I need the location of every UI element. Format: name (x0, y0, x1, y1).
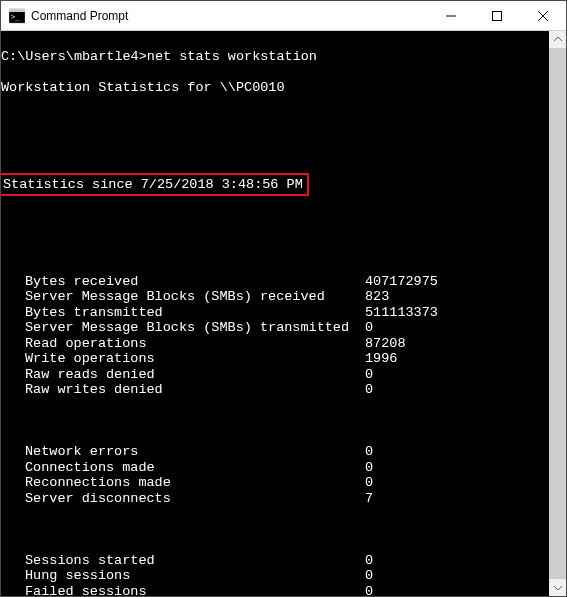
stat-label: Sessions started (25, 553, 365, 569)
stat-value: 0 (365, 553, 373, 569)
statistics-since-highlight: Statistics since 7/25/2018 3:48:56 PM (1, 173, 309, 197)
chevron-up-icon (554, 37, 562, 42)
stat-label: Bytes transmitted (25, 305, 365, 321)
stat-value: 0 (365, 320, 373, 336)
stat-row: Hung sessions0 (1, 568, 549, 584)
stat-label: Bytes received (25, 274, 365, 290)
stat-value: 0 (365, 584, 373, 597)
stat-label: Write operations (25, 351, 365, 367)
stats-block-3: Sessions started0Hung sessions0Failed se… (1, 553, 549, 597)
stat-label: Failed sessions (25, 584, 365, 597)
maximize-button[interactable] (474, 1, 520, 30)
content-area: C:\Users\mbartle4>net stats workstation … (1, 31, 566, 596)
scroll-up-button[interactable] (549, 31, 566, 48)
prompt-path: C:\Users\mbartle4> (1, 49, 147, 64)
stat-value: 0 (365, 568, 373, 584)
blank-line (1, 142, 549, 158)
blank-line (1, 212, 549, 228)
blank-line (1, 522, 549, 538)
stat-row: Reconnections made0 (1, 475, 549, 491)
stat-label: Raw writes denied (25, 382, 365, 398)
terminal-output[interactable]: C:\Users\mbartle4>net stats workstation … (1, 31, 549, 596)
stat-label: Server Message Blocks (SMBs) received (25, 289, 365, 305)
scroll-down-button[interactable] (549, 579, 566, 596)
blank-line (1, 413, 549, 429)
stat-value: 1996 (365, 351, 397, 367)
stat-row: Network errors0 (1, 444, 549, 460)
stat-row: Connections made0 (1, 460, 549, 476)
prompt-line-1: C:\Users\mbartle4>net stats workstation (1, 49, 549, 65)
svg-rect-4 (493, 11, 502, 20)
stat-value: 0 (365, 475, 373, 491)
highlight-row: Statistics since 7/25/2018 3:48:56 PM (1, 173, 549, 197)
stat-row: Sessions started0 (1, 553, 549, 569)
stats-block-2: Network errors0Connections made0Reconnec… (1, 444, 549, 506)
window-title: Command Prompt (31, 9, 428, 23)
stat-label: Server disconnects (25, 491, 365, 507)
app-icon: >_ (9, 8, 25, 24)
stat-label: Raw reads denied (25, 367, 365, 383)
stat-label: Hung sessions (25, 568, 365, 584)
svg-text:>_: >_ (11, 13, 20, 21)
minimize-button[interactable] (428, 1, 474, 30)
chevron-down-icon (554, 585, 562, 590)
stat-value: 407172975 (365, 274, 438, 290)
stat-row: Raw writes denied0 (1, 382, 549, 398)
stat-value: 511113373 (365, 305, 438, 321)
scroll-thumb[interactable] (549, 48, 566, 579)
svg-rect-1 (9, 9, 25, 12)
stat-value: 87208 (365, 336, 406, 352)
stat-row: Failed sessions0 (1, 584, 549, 597)
stat-label: Reconnections made (25, 475, 365, 491)
vertical-scrollbar[interactable] (549, 31, 566, 596)
maximize-icon (492, 11, 502, 21)
stat-row: Bytes received407172975 (1, 274, 549, 290)
output-header: Workstation Statistics for \\PC0010 (1, 80, 549, 96)
stat-row: Raw reads denied0 (1, 367, 549, 383)
window-controls (428, 1, 566, 30)
stat-value: 0 (365, 460, 373, 476)
command-prompt-window: >_ Command Prompt C:\Users\mbartle4>net … (0, 0, 567, 597)
command-text: net stats workstation (147, 49, 317, 64)
stat-row: Server Message Blocks (SMBs) transmitted… (1, 320, 549, 336)
stat-label: Server Message Blocks (SMBs) transmitted (25, 320, 365, 336)
stats-block-1: Bytes received407172975Server Message Bl… (1, 274, 549, 398)
stat-row: Bytes transmitted511113373 (1, 305, 549, 321)
stat-row: Server Message Blocks (SMBs) received823 (1, 289, 549, 305)
close-icon (538, 11, 548, 21)
stat-row: Read operations87208 (1, 336, 549, 352)
blank-line (1, 243, 549, 259)
scroll-track[interactable] (549, 48, 566, 579)
minimize-icon (446, 11, 456, 21)
stat-value: 823 (365, 289, 389, 305)
close-button[interactable] (520, 1, 566, 30)
stat-label: Connections made (25, 460, 365, 476)
stat-row: Server disconnects7 (1, 491, 549, 507)
stat-label: Network errors (25, 444, 365, 460)
blank-line (1, 111, 549, 127)
stat-row: Write operations1996 (1, 351, 549, 367)
stat-value: 0 (365, 367, 373, 383)
stat-value: 0 (365, 382, 373, 398)
stat-value: 7 (365, 491, 373, 507)
titlebar[interactable]: >_ Command Prompt (1, 1, 566, 31)
stat-label: Read operations (25, 336, 365, 352)
stat-value: 0 (365, 444, 373, 460)
